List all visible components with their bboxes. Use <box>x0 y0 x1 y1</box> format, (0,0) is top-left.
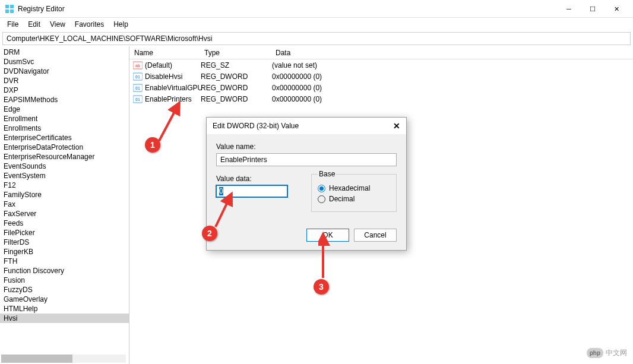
menu-file[interactable]: File <box>2 19 23 30</box>
value-data: 0x00000000 (0) <box>272 72 322 81</box>
tree-item[interactable]: FuzzyDS <box>0 285 129 295</box>
minimize-button[interactable]: ─ <box>557 2 581 15</box>
value-name-label: Value name: <box>216 143 397 151</box>
dialog-titlebar[interactable]: Edit DWORD (32-bit) Value ✕ <box>207 118 406 134</box>
tree-item[interactable]: DVR <box>0 76 129 86</box>
address-path: Computer\HKEY_LOCAL_MACHINE\SOFTWARE\Mic… <box>7 34 212 43</box>
dword-icon: 01 <box>133 83 143 93</box>
tree-item[interactable]: DXP <box>0 86 129 95</box>
svg-text:01: 01 <box>135 86 140 90</box>
value-type: REG_SZ <box>201 61 272 69</box>
cancel-button[interactable]: Cancel <box>354 229 397 242</box>
tree-item[interactable]: EventSounds <box>0 162 129 171</box>
tree-item[interactable]: EAPSIMMethods <box>0 95 129 105</box>
tree-item[interactable]: Fusion <box>0 276 129 285</box>
tree-item[interactable]: Edge <box>0 105 129 114</box>
dword-icon: 01 <box>133 72 143 81</box>
radio-dec-icon <box>318 195 325 203</box>
tree-panel[interactable]: DRMDusmSvcDVDNavigatorDVRDXPEAPSIMMethod… <box>0 46 129 364</box>
value-row[interactable]: 01 DisableHvsi REG_DWORD 0x00000000 (0) <box>129 71 633 82</box>
value-row[interactable]: ab (Default) REG_SZ (value not set) <box>129 59 633 71</box>
svg-text:01: 01 <box>135 75 140 79</box>
tree-item[interactable]: Feeds <box>0 219 129 228</box>
tree-item[interactable]: Fax <box>0 200 129 209</box>
svg-rect-0 <box>5 5 9 8</box>
svg-rect-1 <box>10 5 14 8</box>
value-type: REG_DWORD <box>201 95 272 103</box>
radio-hexadecimal[interactable]: Hexadecimal <box>318 184 390 192</box>
menu-help[interactable]: Help <box>109 19 133 30</box>
dialog-title: Edit DWORD (32-bit) Value <box>213 122 393 130</box>
svg-rect-3 <box>10 10 14 13</box>
window-titlebar: Registry Editor ─ ☐ ✕ <box>0 0 633 18</box>
address-bar[interactable]: Computer\HKEY_LOCAL_MACHINE\SOFTWARE\Mic… <box>2 32 631 45</box>
header-type[interactable]: Type <box>200 48 271 58</box>
header-data[interactable]: Data <box>271 48 633 58</box>
value-data: 0x00000000 (0) <box>272 84 322 92</box>
tree-item[interactable]: EnterpriseResourceManager <box>0 152 129 162</box>
menubar: File Edit View Favorites Help <box>0 18 633 31</box>
header-name[interactable]: Name <box>129 48 200 58</box>
annotation-1: 1 <box>145 137 160 153</box>
value-data: 0x00000000 (0) <box>272 95 322 103</box>
menu-edit[interactable]: Edit <box>23 19 45 30</box>
tree-item[interactable]: Enrollment <box>0 114 129 124</box>
svg-rect-2 <box>5 10 9 13</box>
tree-item[interactable]: EventSystem <box>0 171 129 181</box>
watermark-text: 中文网 <box>606 348 627 358</box>
tree-item[interactable]: FilePicker <box>0 228 129 238</box>
tree-item[interactable]: FaxServer <box>0 209 129 219</box>
value-row[interactable]: 01 EnableVirtualGPU REG_DWORD 0x00000000… <box>129 82 633 93</box>
menu-view[interactable]: View <box>45 19 70 30</box>
tree-item[interactable]: DVDNavigator <box>0 67 129 76</box>
tree-item[interactable]: DRM <box>0 48 129 57</box>
radio-decimal[interactable]: Decimal <box>318 195 390 203</box>
value-name-input[interactable] <box>216 153 397 166</box>
tree-item[interactable]: Hvsi <box>0 314 129 323</box>
window-title: Registry Editor <box>18 5 628 13</box>
edit-dword-dialog: Edit DWORD (32-bit) Value ✕ Value name: … <box>206 117 407 251</box>
tree-scrollbar[interactable] <box>1 354 126 363</box>
dword-icon: 01 <box>133 94 143 104</box>
tree-item[interactable]: FTH <box>0 257 129 266</box>
close-button[interactable]: ✕ <box>604 2 628 15</box>
value-data-label: Value data: <box>216 175 293 183</box>
value-name: (Default) <box>145 61 201 69</box>
app-icon <box>5 4 14 14</box>
tree-item[interactable]: EnterpriseDataProtection <box>0 143 129 152</box>
value-data-input[interactable]: 0 <box>216 185 287 197</box>
annotation-2: 2 <box>202 226 217 241</box>
value-name: EnableVirtualGPU <box>145 84 201 92</box>
annotation-3: 3 <box>314 279 329 295</box>
window-controls: ─ ☐ ✕ <box>557 2 628 15</box>
tree-item[interactable]: F12 <box>0 181 129 190</box>
tree-item[interactable]: Enrollments <box>0 124 129 133</box>
maximize-button[interactable]: ☐ <box>581 2 604 15</box>
dialog-close-button[interactable]: ✕ <box>393 121 400 131</box>
value-type: REG_DWORD <box>201 84 272 92</box>
base-fieldset: Base Hexadecimal Decimal <box>311 170 397 212</box>
tree-item[interactable]: EnterpriseCertificates <box>0 133 129 143</box>
tree-item[interactable]: GameOverlay <box>0 295 129 304</box>
watermark-badge: php <box>587 348 603 358</box>
radio-hex-icon <box>318 185 325 192</box>
tree-item[interactable]: Function Discovery <box>0 266 129 276</box>
tree-item[interactable]: FilterDS <box>0 238 129 247</box>
tree-item[interactable]: HTMLHelp <box>0 304 129 314</box>
watermark: php 中文网 <box>587 348 627 358</box>
tree-item[interactable]: FingerKB <box>0 247 129 257</box>
svg-text:01: 01 <box>135 97 140 102</box>
value-name: DisableHvsi <box>145 72 201 81</box>
menu-favorites[interactable]: Favorites <box>70 19 109 30</box>
base-legend: Base <box>318 170 336 178</box>
value-data: (value not set) <box>272 61 317 69</box>
ok-button[interactable]: OK <box>306 229 349 242</box>
value-type: REG_DWORD <box>201 72 272 81</box>
tree-item[interactable]: DusmSvc <box>0 57 129 67</box>
value-row[interactable]: 01 EnablePrinters REG_DWORD 0x00000000 (… <box>129 93 633 105</box>
svg-text:ab: ab <box>135 64 140 68</box>
value-name: EnablePrinters <box>145 95 201 103</box>
tree-item[interactable]: FamilyStore <box>0 190 129 200</box>
string-icon: ab <box>133 61 143 70</box>
values-header: Name Type Data <box>129 46 633 59</box>
